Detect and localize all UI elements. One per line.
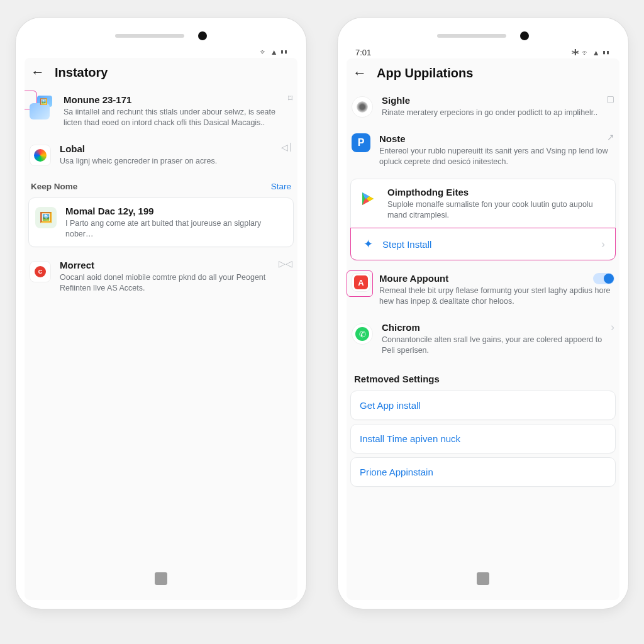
chat-bubble-icon: ✆ bbox=[355, 327, 369, 341]
item-title: Lobal bbox=[60, 143, 292, 154]
list-item-monune[interactable]: 🖼️ Monune 23-171 Sa iintallel and rechun… bbox=[25, 88, 297, 137]
list-item-morrect[interactable]: C Morrect Oocanl aoid donel miobile comt… bbox=[25, 253, 297, 303]
list-item-moure-appount[interactable]: A Moure Appount Remeal thele bit urpy fl… bbox=[347, 267, 619, 316]
item-subtitle: Entereol your rublo nupereuitt its sanit… bbox=[379, 146, 614, 167]
item-title: Monune 23-171 bbox=[64, 94, 292, 105]
item-subtitle: Usa lignj wheic gencreder in praser on a… bbox=[60, 156, 292, 167]
gear-hex-icon: ✦ bbox=[361, 237, 375, 251]
arrow-out-icon: ↗ bbox=[607, 132, 614, 142]
nav-home-icon[interactable] bbox=[155, 572, 167, 585]
list-item-chicrom[interactable]: ✆ Chicrom Connantoncile alten srall lve … bbox=[347, 316, 619, 365]
screen-left: ← Instatory 🖼️ Monune 23-171 Sa iintalle… bbox=[25, 58, 297, 600]
chevron-right-icon: › bbox=[611, 321, 614, 334]
status-icons: ✱ ᯤ ▲ ▮▮ bbox=[572, 48, 611, 57]
item-title: Chicrom bbox=[382, 322, 614, 333]
back-arrow-icon[interactable]: ← bbox=[353, 65, 367, 81]
whatsapp-icon: ✆ bbox=[352, 323, 373, 345]
multicolor-circle-icon bbox=[34, 149, 47, 162]
nav-home-icon[interactable] bbox=[477, 572, 489, 585]
status-bar: 7:01 ✱ ᯤ ▲ ▮▮ bbox=[347, 42, 619, 58]
screen-right: ← App Uppilations Sighle Rinate meratery… bbox=[347, 58, 619, 600]
front-camera bbox=[520, 31, 529, 40]
app-header: ← Instatory bbox=[25, 58, 297, 88]
item-subtitle: Oocanl aoid donel miobile comtre pknd do… bbox=[60, 272, 292, 294]
highlight-box-icon bbox=[347, 270, 373, 297]
item-subtitle: I Parto ang come ate art buited that jou… bbox=[65, 218, 287, 240]
toggle-switch[interactable] bbox=[593, 273, 614, 284]
card-install-group: Oimpthodng Eites Suplole monalfe sumalis… bbox=[350, 179, 616, 261]
chat-glyph-icon: ⌑ bbox=[288, 93, 292, 103]
gray-sphere-icon bbox=[357, 101, 368, 113]
item-title: Moure Appount bbox=[379, 273, 614, 284]
chevron-right-icon: › bbox=[601, 238, 605, 251]
phone-top-hardware bbox=[347, 30, 619, 42]
phone-right: 7:01 ✱ ᯤ ▲ ▮▮ ← App Uppilations Sighle R… bbox=[338, 18, 628, 609]
front-camera bbox=[198, 31, 207, 40]
sound-glyph-icon: ◁⏐ bbox=[281, 142, 292, 152]
item-subtitle: Rinate meratery erpecions in go onder po… bbox=[382, 108, 614, 118]
next-glyph-icon: ▷◁ bbox=[279, 258, 292, 269]
page-title: Instatory bbox=[55, 65, 108, 80]
item-title: Noste bbox=[379, 133, 614, 144]
item-title: Sighle bbox=[382, 95, 614, 106]
list-item-oimpthodng[interactable]: Oimpthodng Eites Suplole monalfe sumalis… bbox=[351, 180, 615, 228]
phone-top-hardware bbox=[25, 30, 297, 42]
list-item-noste[interactable]: P Noste Entereol your rublo nupereuitt i… bbox=[347, 127, 619, 176]
page-title: App Uppilations bbox=[377, 66, 473, 80]
square-glyph-icon: ▢ bbox=[606, 94, 614, 104]
status-time: 7:01 bbox=[355, 48, 371, 57]
section-header-keep: Keep Nome Stare bbox=[25, 175, 297, 195]
back-arrow-icon[interactable]: ← bbox=[31, 64, 45, 80]
picture-icon: 🖼️ bbox=[40, 211, 52, 223]
list-item-lobal[interactable]: Lobal Usa lignj wheic gencreder in prase… bbox=[25, 137, 297, 175]
list-item-sighle[interactable]: Sighle Rinate meratery erpecions in go o… bbox=[347, 89, 619, 127]
item-subtitle: Sa iintallel and rechunt this stlals und… bbox=[64, 107, 292, 128]
action-label: Stept Install bbox=[382, 239, 431, 250]
p-badge-icon: P bbox=[352, 133, 370, 152]
app-icon-wrap: 🖼️ bbox=[30, 94, 55, 119]
speaker-grill bbox=[437, 34, 506, 38]
app-icon-lobal bbox=[30, 145, 51, 166]
app-icon-wrap: A bbox=[352, 273, 370, 292]
stacked-app-icon: 🖼️ bbox=[30, 94, 55, 119]
app-icon-morrect: C bbox=[30, 261, 51, 282]
item-title: Momal Dac 12y, 199 bbox=[65, 206, 287, 216]
button-prione-appinstain[interactable]: Prione Appinstain bbox=[350, 457, 616, 487]
app-icon-momal: 🖼️ bbox=[35, 207, 57, 228]
stept-install-button[interactable]: ✦ Stept Install › bbox=[350, 228, 616, 260]
button-get-app-install[interactable]: Get App install bbox=[350, 391, 616, 420]
button-install-time[interactable]: Install Time apiven nuck bbox=[350, 424, 616, 453]
section-label: Keep Nome bbox=[31, 182, 77, 191]
speaker-grill bbox=[115, 34, 184, 38]
item-title: Oimpthodng Eites bbox=[387, 187, 609, 197]
item-subtitle: Remeal thele bit urpy flelase formuntg y… bbox=[379, 286, 614, 307]
card-momal[interactable]: 🖼️ Momal Dac 12y, 199 I Parto ang come a… bbox=[28, 197, 294, 248]
section-action-link[interactable]: Stare bbox=[271, 182, 291, 191]
item-subtitle: Suplole monalfe sumaliste fon your cook … bbox=[387, 199, 609, 221]
status-icons: ᯤ ▲ ▮▮ bbox=[260, 48, 289, 57]
status-bar: ᯤ ▲ ▮▮ bbox=[25, 42, 297, 58]
item-subtitle: Connantoncile alten srall lve gains, you… bbox=[382, 335, 614, 356]
app-icon-sighle bbox=[352, 96, 373, 118]
red-circle-icon: C bbox=[35, 266, 46, 277]
phone-left: ᯤ ▲ ▮▮ ← Instatory 🖼️ Monune 23-171 Sa i… bbox=[16, 18, 306, 609]
section-heading-removed: Retmoved Settings bbox=[347, 365, 619, 387]
play-store-icon bbox=[357, 188, 379, 209]
item-title: Morrect bbox=[60, 260, 292, 270]
app-header: ← App Uppilations bbox=[347, 58, 619, 89]
